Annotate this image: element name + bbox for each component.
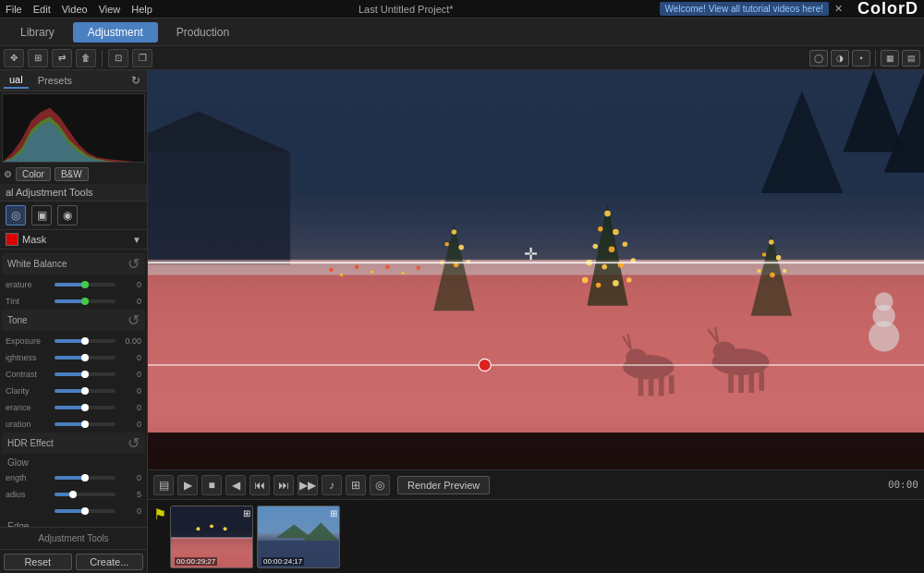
tone-reset[interactable]: ↺: [128, 311, 140, 329]
slider-exposure-track[interactable]: [55, 339, 116, 343]
hdr-title: HDR Effect: [7, 438, 128, 448]
slider-clarity-track[interactable]: [55, 389, 116, 393]
stop-button[interactable]: ■: [201, 475, 222, 495]
scene-svg: ✛: [148, 70, 924, 469]
create-button[interactable]: Create...: [76, 554, 144, 570]
volume-button[interactable]: ♪: [322, 475, 342, 495]
slider-clarity-value: 0: [118, 386, 141, 396]
toolbar-right: ◯ ◑ • ▦ ▤: [809, 50, 920, 67]
view-mode-grid[interactable]: ▦: [881, 50, 899, 67]
top-menu-bar: File Edit Video View Help Last Untitled …: [0, 0, 924, 18]
tab-library[interactable]: Library: [6, 22, 69, 43]
slider-saturation-track[interactable]: [55, 422, 116, 426]
slider-tint-track[interactable]: [55, 299, 116, 303]
video-canvas[interactable]: ✛: [148, 70, 924, 469]
tool-fit[interactable]: ⊡: [108, 49, 128, 67]
render-preview-button[interactable]: Render Preview: [397, 476, 490, 494]
tool-move[interactable]: ✥: [4, 49, 24, 67]
clip-thumbnail-1[interactable]: ⊞ 00:00:29;27: [170, 506, 253, 568]
playback-grid-btn[interactable]: ▤: [153, 475, 174, 495]
menu-file[interactable]: File: [6, 4, 22, 15]
mask-color-swatch[interactable]: [6, 233, 18, 246]
slider-exposure-label: Exposure: [6, 336, 52, 346]
bottom-bar: Adjustment Tools: [0, 527, 147, 549]
slider-vibrance: erance 0: [2, 399, 145, 416]
slider-glow-radius-track[interactable]: [55, 493, 116, 496]
tone-title: Tone: [7, 315, 128, 325]
color-mode-bw[interactable]: B&W: [55, 167, 89, 181]
adj-tools-bottom-label: Adjustment Tools: [0, 533, 147, 543]
svg-rect-54: [738, 371, 744, 393]
next-button[interactable]: ▶▶: [298, 475, 318, 495]
clip-bottom: [148, 433, 924, 469]
view-mode-half[interactable]: ◑: [831, 50, 849, 67]
slider-brightness-value: 0: [118, 353, 141, 362]
svg-point-32: [444, 242, 448, 246]
white-balance-title: White Balance: [7, 259, 128, 269]
svg-point-26: [776, 255, 782, 261]
step-forward-button[interactable]: ⏭: [274, 475, 294, 495]
toolbar-separator-1: [102, 50, 103, 67]
tab-adjustment[interactable]: Adjustment: [73, 22, 158, 43]
top-bar-right: Welcome! View all tutorial videos here! …: [660, 2, 843, 16]
center-area: ✛ ▤ ▶ ■ ◀ ⏮ ⏭ ▶▶ ♪ ⊞ ◎: [148, 70, 924, 573]
timeline-flag-icon: ⚑: [153, 506, 166, 523]
svg-point-70: [210, 524, 213, 528]
slider-temperature-value: 0: [118, 280, 141, 289]
tool-expand[interactable]: ❐: [132, 49, 152, 67]
clip-thumbnail-2[interactable]: ⊞ 00:00:24;17: [257, 506, 340, 568]
prev-button[interactable]: ◀: [225, 475, 246, 495]
slider-clarity-label: Clarity: [6, 386, 52, 396]
welcome-bar[interactable]: Welcome! View all tutorial videos here!: [660, 2, 829, 16]
view-mode-dot[interactable]: •: [852, 50, 870, 67]
playback-grid2[interactable]: ⊞: [346, 475, 366, 495]
panel-refresh-icon[interactable]: ↻: [128, 73, 143, 88]
slider-glow-3-track[interactable]: [55, 509, 116, 513]
slider-glow-3: 0: [2, 503, 145, 519]
tab-production[interactable]: Production: [162, 22, 244, 43]
menu-help[interactable]: Help: [131, 4, 152, 15]
slider-glow-radius-value: 5: [118, 490, 141, 499]
slider-temperature-track[interactable]: [55, 283, 116, 286]
menu-view[interactable]: View: [99, 4, 121, 15]
slider-brightness-track[interactable]: [55, 356, 116, 360]
slider-vibrance-value: 0: [118, 403, 141, 412]
panel-tab-manual[interactable]: ual: [4, 72, 29, 89]
timeline: ⚑ ⊞ 00:00:29;27: [148, 499, 924, 573]
menu-video[interactable]: Video: [62, 4, 88, 15]
tone-header: Tone ↺: [2, 310, 145, 331]
playback-circle[interactable]: ◎: [370, 475, 390, 495]
white-balance-header: White Balance ↺: [2, 253, 145, 274]
slider-glow-length-label: ength: [6, 473, 52, 482]
adj-icon-square[interactable]: ▣: [31, 205, 52, 226]
tool-crop[interactable]: ⊞: [28, 49, 48, 67]
hdr-reset[interactable]: ↺: [128, 434, 140, 452]
tool-transform[interactable]: ⇄: [52, 49, 72, 67]
adj-icons: ◎ ▣ ◉: [0, 201, 147, 230]
step-back-button[interactable]: ⏮: [249, 475, 270, 495]
svg-point-42: [401, 272, 404, 274]
reset-button[interactable]: Reset: [4, 554, 72, 570]
play-button[interactable]: ▶: [177, 475, 198, 495]
view-mode-circle[interactable]: ◯: [809, 50, 828, 67]
main-layout: ual Presets ↻ ⚙ Color B&W: [0, 70, 924, 573]
mask-label: Mask: [22, 234, 128, 245]
white-balance-reset[interactable]: ↺: [128, 255, 140, 273]
svg-point-20: [596, 283, 602, 288]
panel-tab-presets[interactable]: Presets: [32, 73, 78, 88]
adj-icon-wheel[interactable]: ◎: [6, 205, 26, 226]
slider-contrast-track[interactable]: [55, 372, 116, 376]
slider-saturation-value: 0: [118, 420, 141, 429]
main-toolbar: ✥ ⊞ ⇄ 🗑 ⊡ ❐ ◯ ◑ • ▦ ▤: [0, 46, 924, 70]
menu-edit[interactable]: Edit: [33, 4, 51, 15]
tool-delete[interactable]: 🗑: [76, 49, 96, 67]
adj-icon-circle[interactable]: ◉: [57, 205, 78, 226]
slider-vibrance-track[interactable]: [55, 406, 116, 409]
left-panel: ual Presets ↻ ⚙ Color B&W: [0, 70, 148, 573]
welcome-close[interactable]: ✕: [834, 3, 843, 15]
nav-tabs: Library Adjustment Production: [0, 18, 924, 46]
color-mode-color[interactable]: Color: [16, 167, 51, 181]
mask-dropdown[interactable]: ▼: [132, 235, 141, 245]
slider-glow-length-track[interactable]: [55, 476, 116, 480]
view-mode-layout[interactable]: ▤: [902, 50, 920, 67]
